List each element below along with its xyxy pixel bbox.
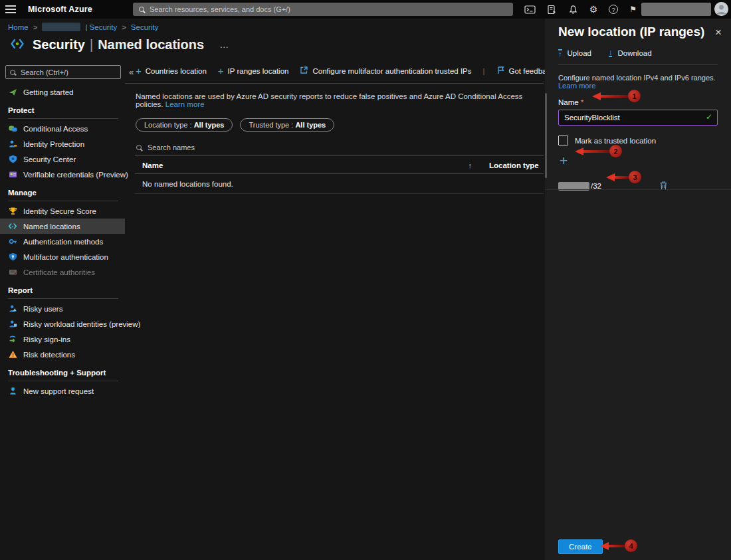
plus-icon: + [218, 67, 224, 74]
security-center-icon [8, 155, 17, 163]
breadcrumb-home-link[interactable]: Home [8, 23, 29, 31]
ip-ranges-location-label: IP ranges location [228, 67, 289, 75]
sidebar-item-label: Certificate authorities [23, 268, 95, 276]
new-location-panel: New location (IP ranges) × ↑ Upload ↓ Do… [545, 19, 731, 560]
feedback-icon[interactable]: ⚑ [629, 5, 637, 14]
sidebar-item-authentication-methods[interactable]: Authentication methods [0, 234, 125, 249]
close-icon[interactable]: × [715, 27, 722, 38]
breadcrumb-page-link[interactable]: Security [131, 23, 159, 31]
azure-brand[interactable]: Microsoft Azure [28, 5, 92, 14]
avatar[interactable] [714, 2, 728, 16]
cloud-shell-icon[interactable] [524, 5, 536, 15]
risk-detections-icon [8, 350, 17, 359]
account-name-redacted[interactable] [641, 3, 711, 16]
panel-learn-more-link[interactable]: Learn more [558, 82, 595, 90]
download-button[interactable]: ↓ Download [609, 49, 652, 57]
sidebar-section-report: Report [0, 280, 125, 297]
filter-trusted-type[interactable]: Trusted type : All types [240, 118, 334, 132]
panel-scrollbar[interactable] [545, 93, 547, 178]
divider [8, 381, 118, 381]
sidebar-item-risky-users[interactable]: Risky users [0, 301, 125, 316]
download-label: Download [617, 49, 651, 57]
identity-secure-score-icon [8, 207, 17, 215]
annotation-number: 2 [609, 145, 622, 157]
page-title: Security|Named locations [33, 37, 204, 52]
column-header-name[interactable]: Name [142, 161, 469, 169]
countries-location-button[interactable]: + Countries location [136, 67, 207, 75]
sidebar-item-multifactor-authentication[interactable]: Multifactor authentication [0, 249, 125, 264]
sidebar-item-conditional-access[interactable]: Conditional Access [0, 121, 125, 136]
filter-value: All types [295, 121, 326, 129]
getting-started-icon [8, 88, 17, 96]
names-search[interactable] [135, 141, 544, 155]
sidebar-item-label: Multifactor authentication [23, 253, 108, 261]
search-icon [136, 145, 142, 150]
sidebar-item-named-locations[interactable]: Named locations [0, 219, 125, 234]
named-locations-icon [8, 222, 17, 231]
sidebar-item-label: Security Center [23, 155, 76, 163]
required-marker: * [581, 98, 583, 106]
column-header-location-type[interactable]: Location type [489, 161, 544, 169]
breadcrumb-directory-redacted[interactable] [42, 23, 80, 31]
create-button[interactable]: Create [558, 539, 603, 554]
sidebar-item-identity-secure-score[interactable]: Identity Secure Score [0, 203, 125, 219]
filter-location-type[interactable]: Location type : All types [136, 118, 233, 132]
annotation-number: 4 [625, 539, 637, 552]
page-title-secondary: Named locations [98, 37, 204, 52]
filter-label: Location type : [144, 121, 192, 129]
more-actions-icon[interactable]: … [219, 39, 229, 50]
top-bar: Microsoft Azure ⚙ ? ⚑ [0, 0, 731, 19]
help-icon[interactable]: ? [609, 5, 618, 14]
toolbar-divider: | [483, 67, 485, 75]
sidebar-item-label: Identity Secure Score [23, 207, 96, 215]
annotation-arrowhead [600, 542, 609, 550]
sidebar-search[interactable] [5, 65, 121, 79]
sidebar-item-new-support-request[interactable]: New support request [0, 383, 125, 399]
divider [8, 118, 118, 119]
main-content: + Countries location + IP ranges locatio… [125, 60, 545, 560]
sidebar-item-getting-started[interactable]: Getting started [0, 84, 125, 100]
security-blade-icon [9, 37, 25, 52]
upload-icon: ↑ [558, 49, 562, 57]
annotation-arrow-3: 3 [606, 171, 641, 183]
trusted-location-row: Mark as trusted location [558, 136, 718, 145]
trusted-location-checkbox[interactable] [558, 136, 568, 145]
hamburger-menu-icon[interactable] [5, 5, 16, 15]
sort-ascending-icon[interactable]: ↑ [469, 161, 472, 169]
notifications-bell-icon[interactable] [568, 5, 578, 15]
sidebar-item-verifiable-credentials[interactable]: Verifiable credentials (Preview) [0, 167, 125, 182]
sidebar-section-protect: Protect [0, 100, 125, 117]
sidebar-item-label: Named locations [23, 223, 80, 231]
configure-mfa-trusted-ips-button[interactable]: Configure multifactor authentication tru… [300, 66, 471, 76]
global-search-input[interactable] [148, 5, 507, 14]
multifactor-authentication-icon [8, 252, 17, 261]
add-ip-range-button[interactable]: + [560, 154, 574, 167]
directory-subscription-icon[interactable] [547, 5, 557, 15]
sidebar-item-risk-detections[interactable]: Risk detections [0, 347, 125, 362]
annotation-arrowhead [575, 147, 583, 155]
breadcrumb-separator: > [122, 23, 126, 31]
ip-ranges-location-button[interactable]: + IP ranges location [218, 67, 289, 75]
sidebar-item-label: Authentication methods [23, 238, 103, 246]
delete-ip-trash-icon[interactable] [659, 181, 668, 192]
breadcrumb-directory-security-link[interactable]: | Security [85, 23, 117, 31]
annotation-arrow-1: 1 [592, 90, 641, 102]
info-learn-more-link[interactable]: Learn more [165, 100, 205, 108]
sidebar-search-input[interactable] [19, 68, 116, 77]
upload-label: Upload [568, 49, 591, 57]
location-name-input[interactable] [558, 110, 718, 126]
sidebar-item-security-center[interactable]: Security Center [0, 151, 125, 167]
panel-toolbar: ↑ Upload ↓ Download [558, 49, 718, 65]
sidebar-item-risky-sign-ins[interactable]: Risky sign-ins [0, 331, 125, 347]
annotation-arrowhead [592, 92, 601, 100]
names-search-input[interactable] [146, 143, 540, 152]
sidebar-item-risky-workload-identities[interactable]: Risky workload identities (preview) [0, 316, 125, 331]
upload-button[interactable]: ↑ Upload [558, 49, 591, 57]
download-icon: ↓ [609, 49, 613, 57]
global-search[interactable] [133, 3, 513, 16]
sidebar-item-identity-protection[interactable]: Identity Protection [0, 136, 125, 151]
info-text: Named locations are used by Azure AD sec… [136, 92, 545, 108]
panel-title: New location (IP ranges) [558, 25, 704, 39]
settings-gear-icon[interactable]: ⚙ [589, 5, 598, 14]
sidebar-item-certificate-authorities[interactable]: Certificate authorities [0, 264, 125, 280]
